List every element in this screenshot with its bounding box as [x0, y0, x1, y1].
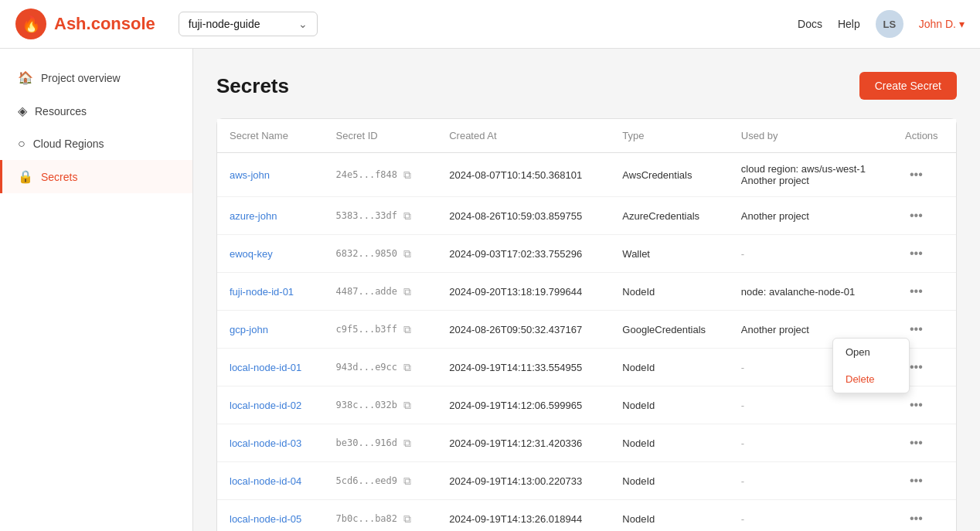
actions-menu-button[interactable]: ••• — [905, 207, 927, 224]
cell-type: AzureCredentials — [610, 197, 728, 235]
table-header-row: Secret Name Secret ID Created At Type Us… — [217, 119, 956, 153]
cell-id: c9f5...b3ff ⧉ — [324, 311, 437, 349]
type-value: NodeId — [622, 513, 655, 525]
secret-id-value: 4487...adde — [336, 286, 397, 297]
copy-id-button[interactable]: ⧉ — [400, 246, 414, 262]
cell-actions: ••• Open Delete — [893, 311, 956, 349]
type-value: GoogleCredentials — [622, 324, 706, 335]
secret-name-link[interactable]: local-node-id-03 — [230, 437, 301, 449]
created-at-value: 2024-09-19T14:13:00.220733 — [449, 475, 582, 487]
sidebar-item-project-overview[interactable]: 🏠 Project overview — [0, 61, 192, 94]
cell-created: 2024-09-19T14:11:33.554955 — [437, 349, 610, 386]
copy-id-button[interactable]: ⧉ — [400, 284, 414, 300]
user-menu[interactable]: John D. ▾ — [919, 18, 965, 30]
created-at-value: 2024-08-07T10:14:50.368101 — [449, 169, 582, 181]
logo: 🔥 Ash.console — [15, 9, 155, 39]
secret-name-link[interactable]: local-node-id-04 — [230, 475, 301, 487]
cell-name: local-node-id-04 — [217, 462, 324, 500]
used-by-text: node: avalanche-node-01 — [741, 286, 855, 298]
used-by-text: Another project — [741, 324, 809, 335]
col-used-by: Used by — [729, 119, 893, 153]
copy-id-button[interactable]: ⧉ — [400, 208, 414, 224]
secret-name-link[interactable]: local-node-id-05 — [230, 513, 301, 525]
cell-id: 938c...032b ⧉ — [324, 386, 437, 424]
avatar: LS — [876, 10, 903, 38]
docs-link[interactable]: Docs — [798, 18, 822, 30]
cell-type: NodeId — [610, 462, 728, 500]
cell-actions: ••• — [893, 424, 956, 462]
cell-created: 2024-09-20T13:18:19.799644 — [437, 273, 610, 311]
secret-name-link[interactable]: gcp-john — [230, 324, 268, 335]
actions-menu-button[interactable]: ••• — [905, 510, 927, 527]
sidebar-item-cloud-regions[interactable]: ○ Cloud Regions — [0, 128, 192, 160]
cell-id: 5383...33df ⧉ — [324, 197, 437, 235]
chevron-down-icon: ⌄ — [298, 18, 308, 30]
cell-created: 2024-09-19T14:13:26.018944 — [437, 500, 610, 532]
actions-menu-button[interactable]: ••• — [905, 434, 927, 451]
cell-created: 2024-09-19T14:12:06.599965 — [437, 386, 610, 424]
secrets-table: Secret Name Secret ID Created At Type Us… — [217, 119, 956, 531]
cell-type: NodeId — [610, 500, 728, 532]
col-secret-name: Secret Name — [217, 119, 324, 153]
sidebar-label-cloud-regions: Cloud Regions — [33, 138, 104, 150]
lock-icon: 🔒 — [18, 169, 33, 184]
secret-name-link[interactable]: ewoq-key — [230, 248, 273, 260]
secret-name-link[interactable]: fuji-node-id-01 — [230, 286, 294, 298]
copy-id-button[interactable]: ⧉ — [400, 397, 414, 414]
cell-type: AwsCredentials — [610, 153, 728, 197]
type-value: NodeId — [622, 437, 655, 449]
dropdown-menu: Open Delete — [832, 338, 910, 393]
actions-menu-button[interactable]: ••• — [905, 472, 927, 489]
project-selector[interactable]: fuji-node-guide ⌄ — [179, 12, 318, 36]
sidebar-item-resources[interactable]: ◈ Resources — [0, 94, 192, 128]
cell-type: GoogleCredentials — [610, 311, 728, 349]
created-at-value: 2024-09-03T17:02:33.755296 — [449, 248, 582, 260]
table-row: fuji-node-id-01 4487...adde ⧉ 2024-09-20… — [217, 273, 956, 311]
secret-name-link[interactable]: azure-john — [230, 210, 277, 222]
created-at-value: 2024-09-20T13:18:19.799644 — [449, 286, 582, 298]
cell-used-by: - — [729, 462, 893, 500]
cell-name: azure-john — [217, 197, 324, 235]
copy-id-button[interactable]: ⧉ — [400, 435, 414, 451]
sidebar-item-secrets[interactable]: 🔒 Secrets — [0, 160, 192, 193]
actions-menu-button[interactable]: ••• — [905, 397, 927, 414]
actions-menu-button[interactable]: ••• — [905, 283, 927, 300]
copy-id-button[interactable]: ⧉ — [400, 359, 414, 376]
help-link[interactable]: Help — [838, 18, 860, 30]
page-header: Secrets Create Secret — [216, 72, 957, 100]
type-value: NodeId — [622, 475, 655, 487]
user-chevron-icon: ▾ — [959, 18, 965, 30]
secret-name-link[interactable]: local-node-id-01 — [230, 362, 301, 373]
secret-name-link[interactable]: aws-john — [230, 169, 270, 181]
logo-ash: Ash — [54, 14, 87, 33]
used-by-dash: - — [741, 437, 744, 449]
actions-menu-button[interactable]: ••• — [905, 166, 927, 183]
copy-id-button[interactable]: ⧉ — [400, 473, 414, 489]
cell-name: local-node-id-01 — [217, 349, 324, 386]
page-title: Secrets — [216, 74, 289, 98]
cell-created: 2024-09-03T17:02:33.755296 — [437, 235, 610, 273]
cell-id: 943d...e9cc ⧉ — [324, 349, 437, 386]
secret-name-link[interactable]: local-node-id-02 — [230, 400, 301, 411]
secret-id-value: 5383...33df — [336, 210, 397, 221]
secrets-table-container: Secret Name Secret ID Created At Type Us… — [216, 118, 957, 531]
actions-menu-button[interactable]: ••• — [905, 321, 927, 338]
secret-id-value: 943d...e9cc — [336, 362, 397, 373]
create-secret-button[interactable]: Create Secret — [859, 72, 957, 100]
cloud-icon: ○ — [18, 137, 26, 151]
cell-actions: ••• — [893, 273, 956, 311]
copy-id-button[interactable]: ⧉ — [400, 511, 414, 527]
copy-id-button[interactable]: ⧉ — [400, 167, 414, 183]
secret-id-value: be30...916d — [336, 437, 397, 448]
cell-id: 5cd6...eed9 ⧉ — [324, 462, 437, 500]
cell-actions: ••• — [893, 235, 956, 273]
secret-id-value: 6832...9850 — [336, 248, 397, 259]
home-icon: 🏠 — [18, 70, 33, 85]
actions-menu-button[interactable]: ••• — [905, 245, 927, 262]
cell-name: gcp-john — [217, 311, 324, 349]
dropdown-open[interactable]: Open — [833, 339, 909, 366]
sidebar-label-resources: Resources — [35, 105, 87, 117]
copy-id-button[interactable]: ⧉ — [400, 322, 414, 338]
dropdown-delete[interactable]: Delete — [833, 366, 909, 393]
user-name-text: John D. — [919, 18, 956, 30]
